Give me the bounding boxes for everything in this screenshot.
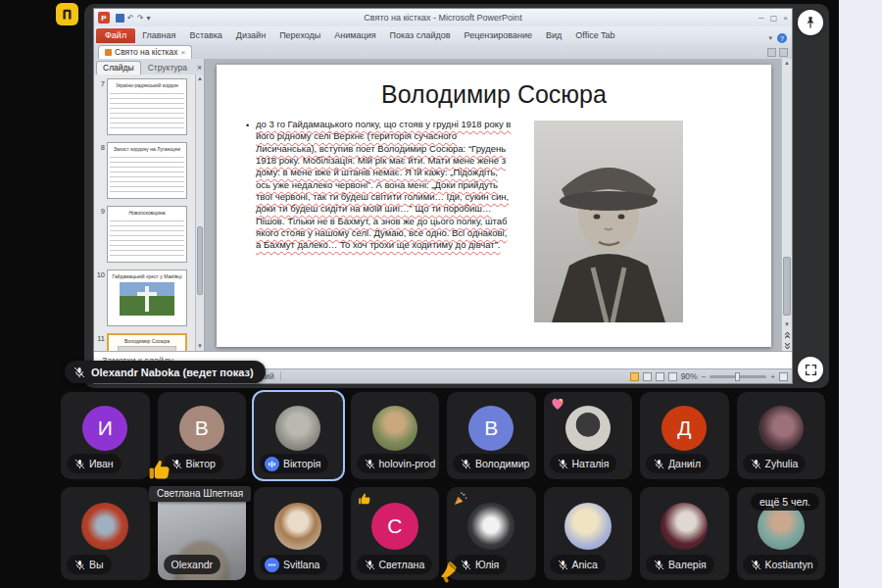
ribbon-tab-главная[interactable]: Главная	[135, 28, 182, 43]
window-title: Свято на кістках - Microsoft PowerPoint	[94, 13, 792, 23]
previous-slide-button[interactable]	[782, 329, 792, 340]
participant-tooltip: Светлана Шпетная	[149, 486, 251, 502]
mic-off-icon	[558, 560, 568, 570]
participant-name: Zyhulia	[765, 458, 799, 469]
tab-outline[interactable]: Структура	[142, 62, 193, 74]
participant-name: Вікторія	[283, 458, 320, 469]
thumbnail-list: 7Україно-радянський кордон8Захист кордон…	[94, 74, 195, 351]
close-button[interactable]: ×	[783, 14, 788, 23]
help-icon[interactable]: ?	[777, 33, 787, 43]
thumbnail-row: 7Україно-радянський кордон	[94, 78, 195, 135]
slide-thumbnail-10[interactable]: Гайдамацький хрест у Макіївці	[107, 270, 187, 326]
participant-tile-Вікторія[interactable]: Вікторія	[254, 392, 343, 479]
scrollbar-thumb[interactable]	[783, 257, 791, 316]
participant-tile-Svitlana[interactable]: Svitlana	[254, 487, 343, 580]
slide-title: Володимир Сосюра	[217, 80, 771, 109]
minimize-button[interactable]: ─	[759, 14, 764, 23]
normal-view-icon[interactable]	[630, 372, 639, 381]
slide-thumbnail-7[interactable]: Україно-радянський кордон	[107, 78, 187, 135]
pane-tabs: Слайды Структура ×	[94, 59, 204, 74]
party-reaction-icon	[453, 491, 468, 507]
document-tab[interactable]: Свято на кістках ×	[98, 45, 192, 59]
scroll-up-icon[interactable]: ▲	[782, 59, 792, 68]
avatar-letter: C	[371, 503, 418, 550]
participant-name: Olexandr	[172, 559, 214, 570]
next-slide-button[interactable]	[782, 340, 792, 351]
scroll-up-icon[interactable]: ▲	[196, 74, 204, 83]
participant-tile-Віктор[interactable]: ВВіктор	[158, 392, 247, 479]
fit-to-window-icon[interactable]	[779, 372, 788, 381]
expand-share-button[interactable]	[798, 357, 823, 382]
participant-name: Юлія	[475, 559, 499, 570]
participant-tile-Валерія[interactable]: Валерія	[640, 487, 729, 580]
ribbon-tab-вид[interactable]: Вид	[539, 28, 568, 43]
participant-tile-Zyhulia[interactable]: Zyhulia	[737, 392, 826, 479]
participant-name: Kostiantyn	[765, 559, 813, 570]
pane-close-icon[interactable]: ×	[194, 63, 205, 74]
ribbon-tab-office-tab[interactable]: Office Tab	[568, 28, 621, 43]
participant-tile-holovin-prod[interactable]: holovin-prod	[351, 392, 440, 479]
avatar-letter: Д	[662, 406, 707, 451]
zoom-slider-knob[interactable]	[735, 372, 740, 381]
maximize-button[interactable]: ▢	[770, 14, 778, 23]
scroll-down-icon[interactable]: ▼	[196, 342, 204, 351]
slide-editor[interactable]: Володимир Сосюра • до 3 го Гайдамацького…	[205, 59, 792, 351]
participant-tile-Юлія[interactable]: Юлія	[447, 487, 536, 580]
slide-thumbnail-11[interactable]: Володимир Сосюра	[107, 333, 187, 351]
ribbon-tab-переходы[interactable]: Переходы	[272, 28, 327, 43]
zoom-in-icon[interactable]: +	[770, 372, 775, 381]
ppt-titlebar[interactable]: P ↶ ↷ ▾ Свято на кістках - Microsoft Pow…	[94, 9, 792, 26]
participant-name: Иван	[89, 458, 114, 469]
tab-bar-button[interactable]	[779, 48, 788, 57]
pin-share-button[interactable]	[798, 10, 823, 35]
pane-scrollbar[interactable]: ▲ ▼	[195, 74, 204, 351]
participant-name: Anica	[572, 559, 598, 570]
slide-thumbnail-8[interactable]: Захист кордону на Луганщині	[107, 142, 187, 199]
document-tab-close-icon[interactable]: ×	[180, 48, 185, 57]
zoom-slider[interactable]	[710, 375, 766, 378]
participant-tile-Иван[interactable]: ИИван	[61, 392, 150, 479]
reading-view-icon[interactable]	[656, 372, 664, 381]
scroll-down-icon[interactable]: ▼	[782, 320, 792, 329]
speaking-indicator-icon	[265, 457, 279, 471]
app-logo[interactable]	[56, 3, 78, 25]
zoom-out-icon[interactable]: −	[702, 372, 707, 381]
ribbon-tab-дизайн[interactable]: Дизайн	[229, 28, 272, 43]
tile-background: ИИван	[61, 392, 150, 479]
slide-photo-portrait	[534, 121, 683, 322]
participant-tile-Володимир[interactable]: ВВолодимир	[447, 392, 536, 479]
participant-name: Наталія	[572, 458, 610, 469]
mic-off-icon	[751, 459, 761, 469]
participant-tile-Наталія[interactable]: Наталія	[544, 392, 633, 479]
tile-background: holovin-prod	[351, 392, 440, 479]
meeting-app: P ↶ ↷ ▾ Свято на кістках - Microsoft Pow…	[0, 0, 882, 588]
participant-tile-Светлана[interactable]: CСветлана	[351, 487, 440, 580]
tab-slides[interactable]: Слайды	[96, 61, 141, 74]
ribbon-collapse-icon[interactable]: ▾	[768, 34, 772, 42]
slide-thumbnail-9[interactable]: Новопсковщина	[107, 206, 187, 263]
editor-scrollbar[interactable]: ▲ ▼	[781, 59, 792, 351]
participant-tile-Kostiantyn[interactable]: Kostiantynещё 5 чел.	[737, 487, 826, 580]
participant-name: Даниіл	[668, 458, 701, 469]
window-controls[interactable]: ─ ▢ ×	[759, 14, 788, 23]
participant-tile-Anica[interactable]: Anica	[544, 487, 633, 580]
slideshow-view-icon[interactable]	[668, 372, 677, 381]
ribbon-tab-вставка[interactable]: Вставка	[182, 28, 228, 43]
presenter-banner[interactable]: Olexandr Naboka (ведет показ)	[65, 361, 266, 383]
more-participants-badge[interactable]: ещё 5 чел.	[751, 493, 819, 511]
sorter-view-icon[interactable]	[643, 372, 652, 381]
current-slide[interactable]: Володимир Сосюра • до 3 го Гайдамацького…	[217, 65, 771, 347]
avatar-photo	[81, 503, 128, 550]
thumbnail-title: Новопсковщина	[110, 210, 184, 216]
participant-tile-Вы[interactable]: Вы	[61, 487, 150, 580]
tab-bar-button[interactable]	[767, 48, 776, 57]
slide-number: 9	[94, 206, 107, 263]
participant-tile-Даниіл[interactable]: ДДаниіл	[640, 392, 729, 479]
ribbon-tab-file[interactable]: Файл	[96, 28, 135, 43]
avatar-photo	[565, 406, 611, 451]
ribbon-tab-анимация[interactable]: Анимация	[327, 28, 382, 43]
ribbon-tab-рецензирование[interactable]: Рецензирование	[458, 28, 540, 43]
ribbon-tab-показ-слайдов[interactable]: Показ слайдов	[383, 28, 458, 43]
scrollbar-thumb[interactable]	[197, 226, 203, 295]
tile-background: ДДаниіл	[640, 392, 729, 479]
